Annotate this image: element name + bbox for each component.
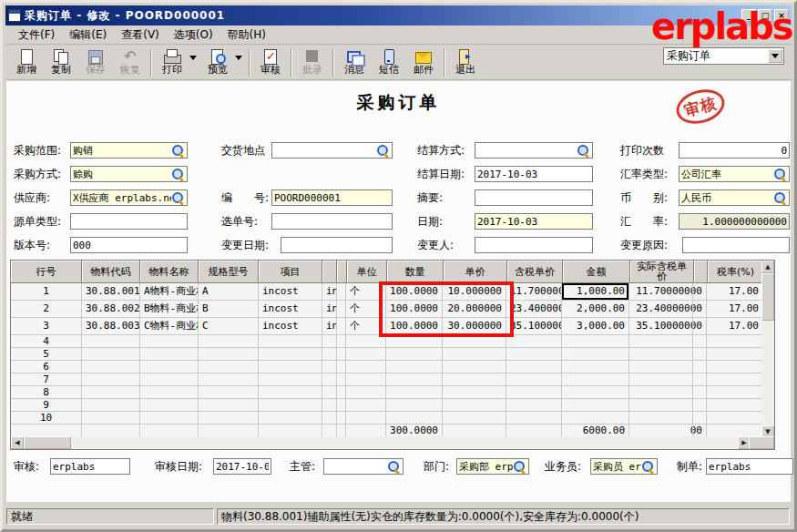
delivery-place-input[interactable] [271,142,393,159]
grid-cell[interactable] [707,361,763,373]
grid-cell[interactable] [707,386,763,399]
grid-cell[interactable] [140,386,199,399]
grid-cell[interactable]: 3,000.00 [562,318,629,335]
exchange-rate-input[interactable]: 1.000000000000 [679,213,790,230]
grid-cell[interactable]: 5 [11,348,82,361]
grid-cell[interactable]: incost [259,283,322,301]
grid-cell[interactable]: 3 [11,318,82,335]
print-dropdown-arrow[interactable] [189,56,197,60]
grid-cell[interactable] [140,348,199,361]
menu-edit[interactable]: 编辑(E) [62,26,114,45]
grid-cell[interactable] [707,399,763,412]
change-date-input[interactable] [281,237,393,253]
grid-cell[interactable] [506,386,562,399]
grid-cell[interactable] [346,399,386,412]
grid-cell[interactable] [259,348,322,361]
grid-cell[interactable] [337,399,346,412]
scroll-up-arrow[interactable]: ▲ [761,261,774,273]
grid-cell[interactable] [707,373,763,386]
grid-cell[interactable] [346,373,386,386]
grid-cell[interactable] [337,412,346,425]
grid-cell[interactable] [322,412,337,425]
grid-cell[interactable]: 1 [11,283,82,301]
grid-cell[interactable] [82,399,140,412]
grid-cell[interactable]: 个 [346,283,386,301]
change-person-input[interactable] [475,237,593,253]
sms-button[interactable]: 短信 [372,47,406,78]
grid-cell[interactable]: 30.88.003 [82,318,140,335]
grid-cell[interactable] [259,386,322,399]
grid-cell[interactable] [506,373,562,386]
grid-cell[interactable] [346,335,386,348]
rate-type-input[interactable]: 公司汇率 [679,166,790,182]
auditor-input[interactable]: erplabs [50,458,130,475]
grid-cell[interactable] [82,373,140,386]
grid-cell[interactable] [337,348,346,361]
grid-cell[interactable]: 17.00 [707,283,763,301]
grid-cell[interactable] [337,361,346,373]
grid-cell[interactable] [337,386,346,399]
grid-cell[interactable] [322,399,337,412]
grid-cell[interactable] [199,386,259,399]
lookup-icon[interactable] [773,168,787,181]
grid-cell[interactable]: 23.40000000 [629,301,707,318]
grid-cell[interactable] [506,361,562,373]
grid-cell[interactable]: 个 [346,318,386,335]
currency-input[interactable]: 人民币 [679,189,790,206]
grid-cell[interactable]: 35.100000 [506,318,562,335]
new-button[interactable]: 新增 [9,47,44,78]
message-button[interactable]: 消息 [337,47,372,78]
grid-cell[interactable] [562,361,629,373]
grid-cell[interactable] [443,412,506,425]
source-type-input[interactable] [70,213,188,230]
grid-cell[interactable] [386,399,443,412]
menu-help[interactable]: 帮助(H) [220,26,273,45]
audit-button[interactable]: 审核 [253,47,288,78]
grid-cell[interactable] [337,335,346,348]
grid-cell[interactable] [629,373,707,386]
grid-cell[interactable] [443,399,506,412]
grid-cell[interactable]: 23.400000 [506,301,562,318]
lookup-icon[interactable] [577,144,590,158]
grid-cell[interactable] [506,348,562,361]
grid-cell[interactable]: C [199,318,259,335]
grid-cell[interactable] [562,335,629,348]
summary-input[interactable] [475,189,593,206]
grid-cell[interactable] [82,412,140,425]
grid-cell[interactable] [322,373,337,386]
grid-cell[interactable] [629,399,707,412]
grid-cell[interactable] [346,412,386,425]
horizontal-scrollbar[interactable]: ◀ ▶ [11,436,751,449]
grid-cell[interactable]: 8 [11,386,82,399]
grid-cell[interactable] [707,412,763,425]
grid-cell[interactable] [82,361,140,373]
vertical-scroll-thumb[interactable] [761,273,774,321]
menu-file[interactable]: 文件(F) [11,26,62,45]
grid-cell[interactable] [629,386,707,399]
grid-cell[interactable]: 6 [11,361,82,373]
grid-cell[interactable]: 17.00 [707,318,763,335]
grid-cell[interactable] [199,412,259,425]
grid-cell[interactable]: 4 [11,335,82,348]
grid-cell[interactable] [82,335,140,348]
scroll-left-arrow[interactable]: ◀ [11,436,24,449]
grid-cell[interactable] [259,412,322,425]
grid-cell[interactable] [443,386,506,399]
grid-cell[interactable] [629,361,707,373]
settle-date-input[interactable]: 2017-10-03 [475,166,593,182]
grid-cell[interactable]: 20.000000 [443,301,506,318]
grid-cell[interactable]: 30.000000 [443,318,506,335]
grid-cell[interactable]: 9 [11,399,82,412]
grid-cell[interactable] [629,335,707,348]
supplier-input[interactable]: X供应商 erplabs.net [70,189,188,206]
grid-cell[interactable] [322,335,337,348]
grid-cell[interactable] [337,373,346,386]
grid-cell[interactable] [506,412,562,425]
grid-cell[interactable] [140,373,199,386]
grid-cell[interactable] [259,399,322,412]
audit-date-input[interactable]: 2017-10-03 [213,458,271,475]
print-count-input[interactable]: 0 [679,142,790,159]
grid-cell[interactable]: 100.0000 [386,283,443,301]
grid-cell[interactable] [337,318,346,335]
grid-cell[interactable] [562,386,629,399]
